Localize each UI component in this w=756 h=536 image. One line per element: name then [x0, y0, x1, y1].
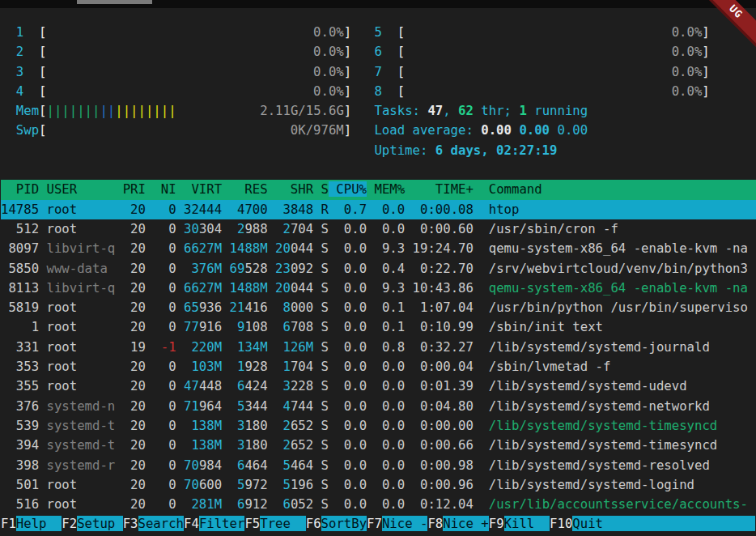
process-row[interactable]: 5850 www-data 20 0 376M 69528 23092 S 0.… [1, 259, 756, 279]
column-header-pid[interactable]: PID [1, 181, 39, 197]
cell-res-hi: 5 [237, 398, 244, 414]
cell-user: root [39, 496, 123, 512]
column-header-time[interactable]: TIME+ [405, 181, 474, 197]
cell-shr-hi: 8 [282, 300, 290, 315]
column-header-ni[interactable]: NI [146, 181, 176, 197]
cell-shr: 092 [291, 261, 313, 276]
cell-cpu: 0.0 [329, 437, 367, 453]
fkey-f9-label[interactable]: Kill [504, 516, 550, 531]
cell-pid: 8097 [1, 240, 39, 256]
column-header-command[interactable]: Command [474, 181, 542, 197]
fkey-f5[interactable]: F5 [244, 516, 260, 531]
fkey-f6-label[interactable]: SortBy [321, 516, 367, 531]
cell-res: 912 [244, 496, 267, 512]
cell-ni: 0 [146, 221, 176, 236]
cell-user: www-data [39, 261, 123, 276]
cell-shr-hi: 20 [275, 280, 291, 296]
cell-pid: 8113 [1, 280, 39, 296]
cell-res: 464 [244, 457, 267, 473]
column-header-pri[interactable]: PRI [123, 181, 146, 197]
cell-state: R [313, 202, 329, 217]
cell-virt: 32444 [184, 202, 222, 217]
cell-state: S [313, 280, 329, 296]
cell-res-hi: 6 [237, 496, 244, 512]
column-header-s[interactable]: S [313, 181, 329, 197]
column-header-res[interactable]: RES [222, 181, 268, 197]
fkey-f4[interactable]: F4 [184, 516, 199, 531]
column-header-virt[interactable]: VIRT [176, 181, 223, 197]
fkey-f1-label[interactable]: Help [16, 516, 62, 531]
memory-bar-used: ||||||| [47, 103, 100, 118]
fkey-f3-label[interactable]: Search [138, 516, 185, 531]
cell-res: 344 [244, 398, 267, 414]
process-row[interactable]: 394 systemd-t 20 0 138M 3180 2652 S 0.0 … [1, 436, 756, 455]
fkey-f6[interactable]: F6 [306, 516, 321, 531]
process-row[interactable]: 8113 libvirt-q 20 0 6627M 1488M 20044 S … [1, 279, 756, 298]
process-row[interactable]: 1 root 20 0 77916 9108 6708 S 0.0 0.1 0:… [1, 317, 756, 337]
cell-pri: 20 [123, 261, 146, 276]
table-header-row[interactable]: PID USER PRI NI VIRT RES SHR S CPU% MEM%… [1, 180, 756, 199]
cell-cpu: 0.0 [329, 240, 367, 256]
column-header-mem[interactable]: MEM% [367, 181, 405, 197]
fkey-f7-label[interactable]: Nice - [382, 516, 428, 531]
cell-cpu: 0.0 [329, 477, 367, 492]
process-row[interactable]: 539 systemd-t 20 0 138M 3180 2652 S 0.0 … [1, 416, 756, 436]
cell-user: systemd-r [39, 457, 123, 473]
process-row[interactable]: 331 root 19 -1 220M 134M 126M S 0.0 0.8 … [1, 338, 756, 357]
cell-shr-hi: 6 [282, 319, 290, 334]
cell-mem: 0.0 [367, 378, 405, 393]
cell-state: S [313, 398, 329, 414]
cell-command: /lib/systemd/systemd-udevd [474, 378, 687, 393]
cell-pri: 20 [123, 240, 146, 256]
cell-state: S [313, 496, 329, 512]
cell-user: systemd-t [39, 418, 123, 433]
cell-mem: 0.1 [367, 300, 405, 315]
cell-res-hi: 6 [237, 378, 244, 393]
fkey-f7[interactable]: F7 [367, 516, 382, 531]
fkey-f10[interactable]: F10 [550, 516, 572, 531]
process-row[interactable]: 376 systemd-n 20 0 71964 5344 4744 S 0.0… [1, 397, 756, 416]
process-row[interactable]: 516 root 20 0 281M 6912 6052 S 0.0 0.0 0… [1, 495, 756, 514]
cell-res-hi: 134M [237, 339, 268, 355]
cell-res: 528 [244, 261, 267, 276]
cell-pid: 398 [1, 457, 39, 473]
cell-res-hi: 69 [230, 261, 245, 276]
process-row[interactable]: 353 root 20 0 103M 1928 1704 S 0.0 0.0 0… [1, 357, 756, 376]
column-header-user[interactable]: USER [39, 181, 123, 197]
cell-shr-hi: 6 [282, 496, 290, 512]
process-row[interactable]: 501 root 20 0 70600 5972 5196 S 0.0 0.0 … [1, 475, 756, 495]
fkey-f3[interactable]: F3 [123, 516, 138, 531]
fkey-f10-label[interactable]: Quit [572, 516, 618, 531]
cell-cpu: 0.0 [329, 280, 367, 296]
fkey-f8-label[interactable]: Nice + [443, 516, 489, 531]
process-row[interactable]: 8097 libvirt-q 20 0 6627M 1488M 20044 S … [1, 239, 756, 258]
cell-mem: 0.1 [367, 319, 405, 334]
process-row[interactable]: 5819 root 20 0 65936 21416 8000 S 0.0 0.… [1, 298, 756, 317]
cell-user: root [39, 339, 123, 355]
cell-res-hi: 3 [237, 437, 244, 453]
cell-command: /lib/systemd/systemd-logind [474, 477, 694, 492]
cell-pid: 14785 [1, 202, 39, 217]
cell-mem: 0.0 [367, 418, 405, 433]
cell-cpu: 0.0 [329, 457, 367, 473]
fkey-f2[interactable]: F2 [62, 516, 77, 531]
process-row[interactable]: 14785 root 20 0 32444 4700 3848 R 0.7 0.… [1, 200, 756, 219]
fkey-f8[interactable]: F8 [427, 516, 443, 531]
column-header-cpu[interactable]: CPU% [329, 181, 367, 197]
fkey-f1[interactable]: F1 [1, 516, 16, 531]
cell-mem: 0.0 [367, 496, 405, 512]
fkey-f2-label[interactable]: Setup [77, 516, 123, 531]
process-row[interactable]: 355 root 20 0 47448 6424 3228 S 0.0 0.0 … [1, 376, 756, 396]
cell-virt-hi: 65 [184, 300, 199, 315]
cell-user: libvirt-q [39, 240, 123, 256]
process-row[interactable]: 398 systemd-r 20 0 70984 6464 5464 S 0.0… [1, 456, 756, 475]
process-row[interactable]: 512 root 20 0 30304 2988 2704 S 0.0 0.0 … [1, 219, 756, 239]
cpu-meter-label-8: 8 [374, 83, 397, 99]
cpu-meter-value-8: 0.0% [405, 83, 702, 99]
cell-mem: 9.3 [367, 280, 405, 296]
fkey-f4-label[interactable]: Filter [199, 516, 245, 531]
fkey-f9[interactable]: F9 [489, 516, 504, 531]
cell-res-hi: 21 [230, 300, 245, 315]
column-header-shr[interactable]: SHR [268, 181, 314, 197]
fkey-f5-label[interactable]: Tree [260, 516, 306, 531]
